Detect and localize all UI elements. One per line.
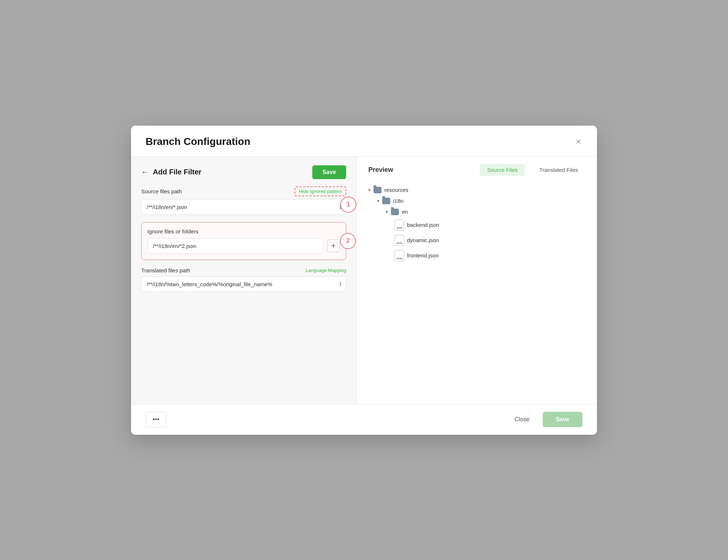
translated-path-label-row: Translated files path Language Mapping: [141, 267, 346, 273]
save-footer-button[interactable]: Save: [543, 412, 582, 427]
hide-ignored-button[interactable]: Hide ignored pattern: [294, 186, 346, 196]
source-path-input-wrapper: ℹ: [141, 199, 346, 215]
translated-path-input-wrapper: ℹ: [141, 276, 346, 292]
file-tree: ▾ resources ▾ i18n ▾ en: [368, 185, 585, 263]
json-icon-backend: [395, 220, 404, 230]
source-path-input[interactable]: [141, 199, 346, 215]
chevron-en: ▾: [386, 209, 388, 214]
tree-item-i18n[interactable]: ▾ i18n: [377, 196, 585, 206]
right-panel: Preview Source Files Translated Files ▾ …: [357, 157, 597, 404]
folder-icon-i18n: [382, 198, 390, 204]
folder-icon-en: [391, 209, 399, 215]
preview-title: Preview: [368, 166, 393, 174]
ignore-label: Ignore files or folders: [147, 228, 340, 234]
close-footer-button[interactable]: Close: [507, 413, 537, 426]
tree-item-dynamic-json[interactable]: dynamic.json: [395, 233, 585, 248]
chevron-resources: ▾: [368, 188, 371, 193]
tree-item-name-backend: backend.json: [407, 222, 439, 228]
footer-actions: Close Save: [507, 412, 582, 427]
json-icon-frontend: [395, 250, 404, 261]
translated-path-info-icon[interactable]: ℹ: [339, 280, 342, 288]
source-files-tab[interactable]: Source Files: [480, 164, 525, 176]
badge-2: 2: [340, 233, 356, 249]
branch-config-modal: Branch Configuration × ← Add File Filter…: [131, 126, 597, 435]
tree-item-backend-json[interactable]: backend.json: [395, 217, 585, 233]
ignore-input[interactable]: [147, 238, 323, 254]
tree-item-name-dynamic: dynamic.json: [407, 237, 439, 243]
source-path-group: Source files path Hide ignored pattern ℹ…: [141, 186, 346, 215]
chevron-i18n: ▾: [377, 198, 379, 204]
source-path-label: Source files path: [141, 188, 182, 194]
translated-path-group: Translated files path Language Mapping ℹ: [141, 267, 346, 292]
more-options-button[interactable]: •••: [146, 412, 166, 427]
add-ignore-button[interactable]: +: [327, 239, 340, 252]
save-top-button[interactable]: Save: [312, 165, 346, 179]
json-icon-dynamic: [395, 235, 404, 246]
back-nav: ← Add File Filter: [141, 168, 201, 176]
translated-path-input[interactable]: [141, 276, 346, 292]
back-arrow-icon[interactable]: ←: [141, 168, 149, 176]
translated-files-tab[interactable]: Translated Files: [532, 164, 585, 176]
tree-item-name-i18n: i18n: [393, 198, 403, 204]
left-panel: ← Add File Filter Save Source files path…: [131, 157, 357, 404]
modal-body: ← Add File Filter Save Source files path…: [131, 157, 597, 404]
close-icon-button[interactable]: ×: [574, 136, 582, 147]
translated-path-label: Translated files path: [141, 267, 190, 273]
tree-item-name-resources: resources: [384, 187, 408, 193]
tree-item-name-frontend: frontend.json: [407, 252, 439, 259]
tree-item-frontend-json[interactable]: frontend.json: [395, 248, 585, 263]
tree-item-en[interactable]: ▾ en: [386, 206, 585, 217]
panel-toolbar: ← Add File Filter Save: [131, 157, 356, 186]
modal-footer: ••• Close Save: [131, 404, 597, 435]
modal-title: Branch Configuration: [146, 136, 250, 147]
tree-item-name-en: en: [402, 209, 408, 215]
modal-header: Branch Configuration ×: [131, 126, 597, 157]
panel-content: Source files path Hide ignored pattern ℹ…: [131, 186, 356, 404]
language-mapping-button[interactable]: Language Mapping: [306, 268, 346, 273]
preview-header: Preview Source Files Translated Files: [368, 164, 585, 176]
tree-item-resources[interactable]: ▾ resources: [368, 185, 585, 196]
ignore-input-row: +: [147, 238, 340, 254]
folder-icon-resources: [373, 187, 381, 193]
source-path-label-row: Source files path Hide ignored pattern: [141, 186, 346, 196]
panel-title: Add File Filter: [153, 168, 201, 176]
badge-1: 1: [340, 197, 356, 213]
ignore-section: Ignore files or folders + 2: [141, 222, 346, 260]
